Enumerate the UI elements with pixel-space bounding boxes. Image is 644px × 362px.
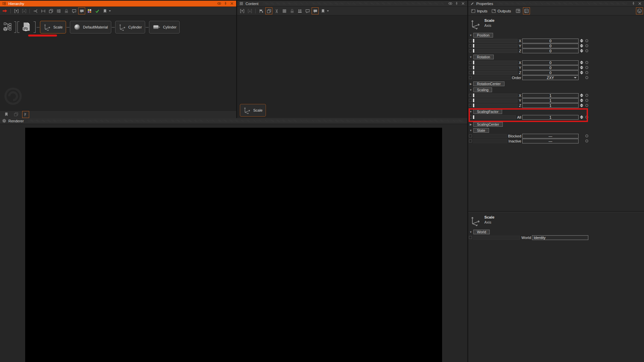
spinner-control[interactable] [580,93,583,98]
section-header-scalingfactor[interactable]: ▼ ScalingFactor [468,109,644,114]
value-field[interactable]: 0 [522,44,579,48]
hierarchy-titlebar[interactable]: Hierarchy [0,1,236,7]
bookmark-icon[interactable] [101,7,108,14]
slider-track[interactable] [474,39,518,43]
binding-ring-icon[interactable] [585,49,588,52]
hierarchy-node-cylinder-axis[interactable]: Cylinder [115,21,145,34]
share-icon[interactable] [296,7,303,14]
notes-icon[interactable] [86,7,93,14]
order-dropdown[interactable]: ZXY [522,75,579,80]
value-field[interactable]: 0 [522,60,579,65]
validate-icon[interactable] [94,7,101,14]
animate-checkbox[interactable] [469,99,472,102]
value-field[interactable]: 1 [522,103,579,108]
section-header-rotationcenter[interactable]: ▶ RotationCenter [468,81,644,86]
spinner-control[interactable] [580,70,583,75]
bookmark-icon[interactable] [319,7,326,14]
bookmark-icon[interactable] [3,111,10,118]
close-icon[interactable] [230,1,234,6]
hierarchy-node-defaultmaterial[interactable]: DefaultMaterial [70,21,111,34]
lock-icon[interactable] [288,7,296,14]
jump-to-active-icon[interactable] [1,7,8,14]
value-field[interactable]: 0 [522,49,579,53]
move-down-icon[interactable] [246,7,253,14]
subtree-icon[interactable] [55,7,62,14]
section-chip[interactable]: World [473,230,490,234]
animate-checkbox[interactable] [469,134,472,137]
insert-after-icon[interactable] [32,7,39,14]
triangle-expanded-icon[interactable]: ▼ [468,34,473,37]
binding-ring-icon[interactable] [585,76,588,79]
content-canvas[interactable]: Scale [237,15,467,118]
render-viewport[interactable] [25,128,442,362]
slider-track[interactable] [474,49,518,53]
pin-node-icon[interactable] [258,7,265,14]
close-icon[interactable] [461,1,465,6]
renderer-titlebar[interactable]: Renderer [0,118,467,124]
comment-filled-icon[interactable] [312,7,319,14]
eye-icon[interactable] [448,1,452,6]
spinner-control[interactable] [580,103,583,108]
animate-checkbox[interactable] [469,71,472,74]
chevron-down-icon[interactable] [326,9,329,12]
animate-checkbox[interactable] [469,76,472,79]
animate-checkbox[interactable] [469,116,472,119]
triangle-expanded-icon[interactable]: ▼ [468,88,473,92]
level-indicator-icon[interactable] [22,111,29,118]
section-header-world[interactable]: ▼ World [468,230,644,234]
spinner-control[interactable] [580,98,583,103]
binding-ring-icon[interactable] [585,66,588,69]
geometry-import-icon[interactable] [21,21,32,33]
section-header-state[interactable]: ▼ State [468,128,644,133]
spinner-control[interactable] [580,115,583,120]
move-up-icon[interactable] [13,7,20,14]
duplicate-icon[interactable] [265,7,272,14]
section-header-position[interactable]: ▼ Position [468,33,644,38]
binding-ring-icon[interactable] [585,39,588,42]
io-side-by-side-icon[interactable] [515,7,522,14]
animate-checkbox[interactable] [469,139,472,142]
section-chip[interactable]: ScalingFactor [473,109,502,114]
value-field[interactable]: 0 [522,65,579,70]
binding-ring-icon[interactable] [585,94,588,97]
binding-ring-icon[interactable] [585,71,588,74]
binding-ring-icon[interactable] [585,104,588,107]
animate-checkbox[interactable] [469,44,472,47]
animate-checkbox[interactable] [469,236,472,239]
triangle-collapsed-icon[interactable]: ▶ [468,123,473,126]
slider-track[interactable] [474,104,518,108]
slider-track[interactable] [474,44,518,48]
comment-filled-icon[interactable] [78,7,85,14]
triangle-expanded-icon[interactable]: ▼ [468,110,473,113]
binding-ring-icon[interactable] [585,134,588,137]
eye-icon[interactable] [217,1,221,6]
slider-track[interactable] [474,71,518,75]
properties-titlebar[interactable]: Properties [468,1,644,7]
value-field[interactable]: 1 [522,98,579,103]
spinner-control[interactable] [580,60,583,65]
value-field[interactable]: 1 [522,115,579,120]
close-icon[interactable] [638,1,642,6]
spinner-control[interactable] [580,44,583,48]
scene-root-icon[interactable] [2,21,13,33]
section-chip[interactable]: Scaling [473,87,492,92]
duplicate-icon[interactable] [47,7,54,14]
grid-icon[interactable] [281,7,288,14]
value-field[interactable]: 0 [522,70,579,75]
comment-icon[interactable] [304,7,311,14]
spinner-control[interactable] [580,49,583,53]
value-field[interactable]: 0 [522,39,579,43]
slider-track[interactable] [474,94,518,98]
content-titlebar[interactable]: Content [237,1,467,7]
animate-checkbox[interactable] [469,61,472,64]
spinner-control[interactable] [580,39,583,43]
slider-track[interactable] [474,115,516,119]
spinner-control[interactable] [580,65,583,70]
section-chip[interactable]: Rotation [473,55,494,59]
readonly-field[interactable]: — [522,134,579,138]
pin-icon[interactable] [223,1,228,6]
slider-track[interactable] [474,99,518,103]
animate-checkbox[interactable] [469,94,472,97]
lock-icon[interactable] [63,7,70,14]
tab-inputs[interactable]: Inputs [470,8,488,14]
